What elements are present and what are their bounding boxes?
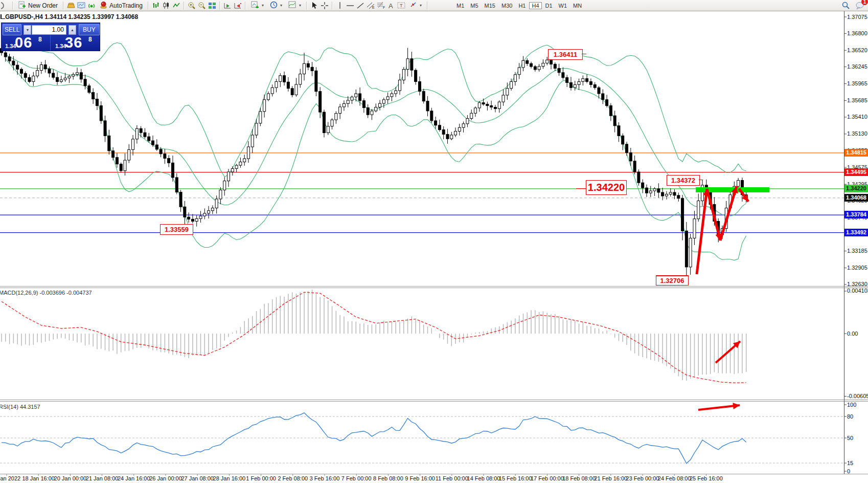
candlestick-icon[interactable] <box>161 1 171 10</box>
autotrading-button[interactable]: AutoTrading <box>97 1 146 10</box>
time-axis-label: 20 Jan 00:00 <box>54 475 87 481</box>
time-axis-label: 27 Jan 08:00 <box>181 475 214 481</box>
time-axis-label: 17 Feb 00:00 <box>531 475 564 481</box>
timeframe-m5[interactable]: M5 <box>468 2 481 9</box>
timeframe-m15[interactable]: M15 <box>482 2 498 9</box>
volume-decrease-button[interactable]: ▼ <box>24 25 31 35</box>
channel-icon[interactable]: E <box>366 1 376 10</box>
svg-text:T: T <box>400 3 403 8</box>
separator <box>184 2 185 10</box>
chat-icon[interactable]: 1 <box>855 1 865 10</box>
volume-input[interactable]: 1.00 <box>32 25 66 35</box>
price-annotation-label[interactable]: 1.34220 <box>586 180 627 195</box>
time-axis-label: 25 Feb 16:00 <box>690 475 723 481</box>
separator <box>245 2 246 10</box>
autotrading-icon <box>100 1 107 10</box>
sell-button[interactable]: SELL <box>3 24 21 35</box>
time-axis-label: 1 Feb 00:00 <box>246 475 276 481</box>
crosshair-icon[interactable] <box>319 1 330 10</box>
separator <box>219 2 220 10</box>
arrows-button[interactable]: ▾ <box>406 1 425 10</box>
indicators-button[interactable]: ▾ <box>285 1 304 10</box>
buy-price-big: 36 <box>65 34 82 51</box>
buy-button[interactable]: BUY <box>79 24 100 35</box>
time-axis-label: 24 Jan 16:00 <box>118 475 150 481</box>
main-chart-layer <box>0 42 844 280</box>
signal-icon[interactable] <box>86 1 97 10</box>
separator <box>63 2 64 10</box>
time-axis-label: 11 Feb 00:00 <box>436 475 468 481</box>
tile-windows-icon[interactable] <box>207 1 217 10</box>
price-tick-label: 1.35965 <box>847 80 867 86</box>
time-axis-label: 18 Jan 16:00 <box>22 475 55 481</box>
new-order-label: New Order <box>28 2 58 9</box>
macd-scale-label: -0.006056 <box>847 393 868 399</box>
deposit-icon[interactable] <box>66 1 76 10</box>
sell-price[interactable]: 1.34 06 8 <box>2 35 51 51</box>
vertical-line-icon[interactable] <box>335 1 345 10</box>
price-tick-label: 1.32905 <box>847 265 867 271</box>
cursor-icon[interactable] <box>309 1 319 10</box>
new-chart-button[interactable]: ▾ <box>248 1 267 10</box>
time-axis-label: 15 Feb 16:00 <box>499 475 532 481</box>
symbol-ohlc-header: GBPUSD-,H4 1.34114 1.34235 1.33997 1.340… <box>5 13 138 20</box>
timeframe-mn[interactable]: MN <box>570 2 584 9</box>
price-tick-label: 1.36520 <box>847 47 867 53</box>
search-icon[interactable] <box>840 1 851 10</box>
time-axis-label: 24 Feb 08:00 <box>658 475 691 481</box>
zoom-out-icon[interactable] <box>197 1 207 10</box>
buy-price-sup: 8 <box>88 36 92 43</box>
price-axis-badge: 1.34220 <box>844 185 868 192</box>
annotation-layer <box>697 186 748 410</box>
notification-badge: 1 <box>861 0 868 5</box>
time-axis-label: 2 Feb 08:00 <box>278 475 308 481</box>
timeframe-m30[interactable]: M30 <box>499 2 515 9</box>
chart-shift-icon[interactable] <box>233 1 243 10</box>
periods-button[interactable]: ▾ <box>267 1 285 10</box>
rsi-layer <box>0 413 844 464</box>
text-icon[interactable]: A <box>386 1 396 10</box>
timeframe-h1[interactable]: H1 <box>516 2 528 9</box>
line-chart-icon[interactable] <box>171 1 181 10</box>
timeframe-m1[interactable]: M1 <box>454 2 467 9</box>
price-tick-label: 1.35130 <box>847 130 867 137</box>
time-axis-label: 26 Jan 00:00 <box>149 475 182 481</box>
time-axis-label: 21 Feb 16:00 <box>594 475 627 481</box>
text-label-icon[interactable]: T <box>396 1 406 10</box>
bar-chart-icon[interactable] <box>151 1 161 10</box>
price-annotation-label[interactable]: 1.34372 <box>667 175 700 186</box>
chevron-down-icon: ▾ <box>262 3 264 8</box>
price-axis-badge: 1.34068 <box>844 194 868 202</box>
rsi-label: RSI(14) 44.3157 <box>0 404 40 410</box>
trendline-icon[interactable] <box>355 1 366 10</box>
new-chart-icon <box>251 1 259 10</box>
price-annotation-label[interactable]: 1.33559 <box>160 224 193 235</box>
buy-price[interactable]: 1.34 36 8 <box>51 35 99 51</box>
volume-increase-button[interactable]: ▲ <box>68 25 76 35</box>
bollinger-middle <box>6 55 746 216</box>
annotation-connector <box>656 275 689 276</box>
price-axis-badge: 1.34815 <box>844 149 868 157</box>
time-axis-label: 28 Jan 16:00 <box>213 475 246 481</box>
zoom-in-icon[interactable] <box>187 1 197 10</box>
rsi-scale-label: 80 <box>847 413 853 420</box>
auto-scroll-icon[interactable] <box>222 1 233 10</box>
price-tick-label: 1.33185 <box>847 248 867 254</box>
sell-price-big: 06 <box>15 34 32 51</box>
separator <box>306 2 307 10</box>
arrows-icon <box>409 1 417 10</box>
new-order-button[interactable]: New Order <box>15 1 61 10</box>
timeframe-w1[interactable]: W1 <box>556 2 570 9</box>
timeframe-d1[interactable]: D1 <box>543 2 555 9</box>
timeframe-h4[interactable]: H4 <box>529 2 541 9</box>
price-axis-badge: 1.34495 <box>844 168 868 176</box>
horizontal-line-icon[interactable] <box>345 1 355 10</box>
price-annotation-label[interactable]: 1.32706 <box>656 276 689 286</box>
chart-canvas <box>0 0 868 483</box>
price-tick-label: 1.35410 <box>847 114 867 120</box>
price-annotation-label[interactable]: 1.36411 <box>548 49 583 60</box>
rsi-scale-label: 50 <box>847 435 853 441</box>
charts-window-icon[interactable] <box>76 1 86 10</box>
chart-symbol-icon <box>1 14 5 19</box>
fibonacci-icon[interactable]: F <box>376 1 386 10</box>
